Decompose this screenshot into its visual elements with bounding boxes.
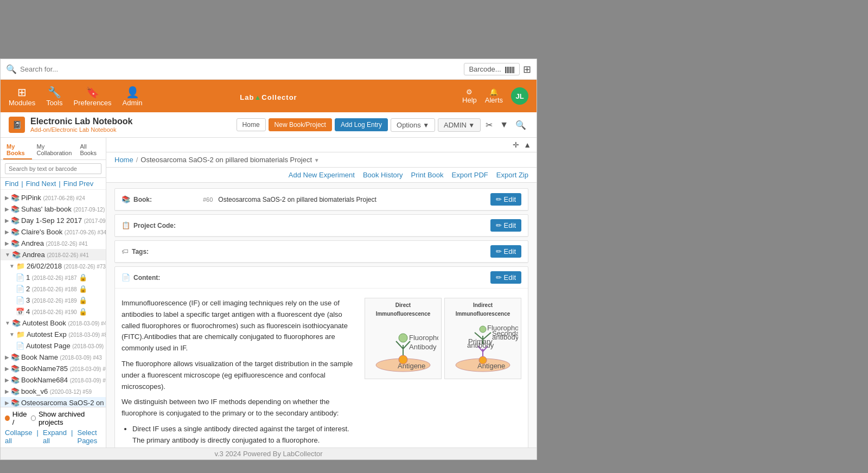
nav-alerts[interactable]: 🔔 Alerts bbox=[485, 88, 503, 104]
if-layout: Immunofluorescence (IF) or cell imaging … bbox=[122, 298, 521, 448]
book-icon: 📚 bbox=[12, 319, 21, 327]
export-zip-link[interactable]: Export Zip bbox=[496, 171, 528, 179]
options-button[interactable]: Options ▼ bbox=[391, 118, 435, 132]
if-text: Immunofluorescence (IF) or cell imaging … bbox=[122, 298, 356, 448]
app-icon: 📓 bbox=[9, 117, 25, 133]
resize-toolbar: ✛ ▲ bbox=[106, 138, 537, 152]
project-code-edit-button[interactable]: ✏ Edit bbox=[490, 219, 521, 232]
find-prev-link[interactable]: Find Prev bbox=[63, 180, 94, 188]
book-icon: 📚 bbox=[11, 376, 20, 384]
breadcrumb-home[interactable]: Home bbox=[114, 156, 133, 164]
content-edit-button[interactable]: ✏ Edit bbox=[490, 271, 521, 284]
book-icon: 📚 bbox=[11, 353, 20, 361]
svg-point-5 bbox=[399, 334, 407, 342]
tree-item-page-2[interactable]: 📄 2 (2018-02-26) #188 🔒 bbox=[1, 283, 106, 295]
tree-item-andrea2[interactable]: ▼ 📚 Andrea (2018-02-26) #41 bbox=[1, 249, 106, 260]
filter-button[interactable]: ▼ bbox=[497, 119, 510, 131]
indirect-if-box: Indirect Immunofluorescence bbox=[444, 298, 521, 379]
show-archived-label[interactable]: Show archived projects bbox=[39, 410, 101, 426]
nav-preferences[interactable]: 🔖 Preferences bbox=[74, 86, 112, 107]
tab-all-books[interactable]: All Books bbox=[76, 141, 103, 159]
sidebar-search-input[interactable] bbox=[5, 163, 101, 174]
search-input[interactable] bbox=[20, 65, 464, 73]
tree-item-bookname[interactable]: ▶ 📚 Book Name (2018-03-09) #43 bbox=[1, 351, 106, 363]
tree-item-andrea1[interactable]: ▶ 📚 Andrea (2018-02-26) #41 bbox=[1, 238, 106, 249]
tree-item-page-3[interactable]: 📄 3 (2018-02-26) #189 🔒 bbox=[1, 295, 106, 306]
top-bar: 🔍 Barcode... ⊞ bbox=[1, 59, 537, 80]
user-avatar[interactable]: JL bbox=[511, 87, 528, 105]
book-field-value: Osteosarcoma SaOS-2 on pillared biomater… bbox=[218, 196, 490, 203]
barcode-button[interactable]: Barcode... bbox=[464, 63, 520, 75]
folder-icon: 📁 bbox=[16, 330, 25, 338]
admin-icon: 👤 bbox=[126, 86, 139, 99]
new-book-button[interactable]: New Book/Project bbox=[269, 118, 332, 131]
tags-field-row: 🏷 Tags: ✏ Edit bbox=[114, 240, 528, 263]
tree-item-bookname785[interactable]: ▶ 📚 BookName785 (2018-03-09) #44 bbox=[1, 363, 106, 374]
tree-item-day1[interactable]: ▶ 📚 Day 1-Sep 12 2017 (2017-09-12) #32 bbox=[1, 215, 106, 226]
svg-text:antibody: antibody bbox=[467, 341, 494, 349]
nav-modules[interactable]: ⊞ Modules bbox=[9, 86, 35, 107]
book-edit-button[interactable]: ✏ Edit bbox=[490, 193, 521, 206]
tab-my-books[interactable]: My Books bbox=[3, 141, 32, 159]
tree-item-page-1[interactable]: 📄 1 (2018-02-26) #187 🔒 bbox=[1, 272, 106, 283]
tags-label: Tags: bbox=[132, 248, 197, 255]
book-icon: 📚 bbox=[11, 228, 20, 236]
export-pdf-link[interactable]: Export PDF bbox=[452, 171, 488, 179]
tree-item-folder-26[interactable]: ▼ 📁 26/02/2018 (2018-02-26) #73 bbox=[1, 260, 106, 272]
app-header: 📓 Electronic Lab Notebook Add-on/Electro… bbox=[1, 112, 537, 138]
sidebar-bottom: Hide / Show archived projects Collapse a… bbox=[1, 407, 106, 448]
tree-item-bookv6[interactable]: ▶ 📚 book_v6 (2020-03-12) #59 bbox=[1, 386, 106, 397]
book-icon: 📚 bbox=[11, 399, 20, 407]
tab-my-collaboration[interactable]: My Collaboration bbox=[33, 141, 75, 159]
svg-text:antibody: antibody bbox=[492, 333, 518, 341]
nav-tools[interactable]: 🔧 Tools bbox=[46, 86, 62, 107]
tree-item-osteosarcoma[interactable]: ▶ 📚 Osteosarcoma SaOS-2 on pillare (2020… bbox=[1, 397, 106, 407]
nav-admin[interactable]: 👤 Admin bbox=[123, 86, 143, 107]
add-new-experiment-link[interactable]: Add New Experiment bbox=[289, 171, 355, 179]
book-icon: 📚 bbox=[11, 194, 20, 202]
tree-item-autotest-book[interactable]: ▼ 📚 Autotest Book (2018-03-09) #42 bbox=[1, 317, 106, 329]
scissors-button[interactable]: ✂ bbox=[483, 119, 495, 131]
page-icon: 📄 bbox=[16, 342, 24, 350]
search-button[interactable]: 🔍 bbox=[513, 119, 528, 131]
expand-icon[interactable]: ✛ bbox=[513, 140, 519, 149]
main-area: My Books My Collaboration All Books Find… bbox=[1, 138, 537, 448]
alerts-icon: 🔔 bbox=[489, 88, 498, 96]
book-icon: 📚 bbox=[12, 251, 21, 259]
svg-point-17 bbox=[480, 326, 486, 333]
nav-help[interactable]: ⚙ Help bbox=[462, 88, 477, 104]
book-icon: 📚 bbox=[11, 387, 20, 395]
preferences-icon: 🔖 bbox=[86, 86, 99, 99]
app-title: Electronic Lab Notebook bbox=[30, 117, 132, 126]
grid-icon[interactable]: ⊞ bbox=[523, 63, 531, 75]
find-link[interactable]: Find bbox=[5, 180, 18, 188]
tree-item-bookname684[interactable]: ▶ 📚 BookName684 (2018-03-09) #45 bbox=[1, 374, 106, 386]
help-icon: ⚙ bbox=[466, 88, 473, 96]
select-pages-link[interactable]: Select Pages bbox=[77, 429, 101, 445]
collapse-icon[interactable]: ▲ bbox=[524, 140, 531, 149]
book-history-link[interactable]: Book History bbox=[363, 171, 403, 179]
page-icon: 📄 bbox=[16, 296, 24, 304]
print-book-link[interactable]: Print Book bbox=[411, 171, 444, 179]
find-next-link[interactable]: Find Next bbox=[26, 180, 56, 188]
page-icon: 📄 bbox=[16, 285, 24, 293]
tags-edit-button[interactable]: ✏ Edit bbox=[490, 245, 521, 258]
admin-button[interactable]: ADMIN ▼ bbox=[438, 118, 481, 132]
home-button[interactable]: Home bbox=[237, 118, 266, 131]
tree-item-suhas[interactable]: ▶ 📚 Suhas' lab-book (2017-09-12) #31 bbox=[1, 203, 106, 215]
tree-item-claire[interactable]: ▶ 📚 Claire's Book (2017-09-26) #34 bbox=[1, 226, 106, 238]
if-para1: Immunofluorescence (IF) or cell imaging … bbox=[122, 298, 356, 354]
collapse-all-link[interactable]: Collapse all bbox=[5, 429, 33, 445]
sidebar: My Books My Collaboration All Books Find… bbox=[1, 138, 106, 448]
add-log-button[interactable]: Add Log Entry bbox=[335, 118, 388, 131]
tree-item-autotest-exp[interactable]: ▼ 📁 Autotest Exp (2018-03-09) #81 bbox=[1, 329, 106, 340]
svg-text:Fluorophore: Fluorophore bbox=[409, 334, 438, 342]
expand-all-link[interactable]: Expand all bbox=[43, 429, 67, 445]
show-archived-dot[interactable] bbox=[31, 416, 36, 421]
nav-bar: ⊞ Modules 🔧 Tools 🔖 Preferences 👤 Admin … bbox=[1, 80, 537, 112]
tree-item-autotest-page[interactable]: 📄 Autotest Page (2018-03-09) bbox=[1, 340, 106, 351]
if-bullet1: Direct IF uses a single antibody directe… bbox=[132, 424, 356, 446]
action-bar: Add New Experiment Book History Print Bo… bbox=[106, 168, 537, 183]
tree-item-page-4[interactable]: 📅 4 (2018-02-26) #190 🔒 bbox=[1, 306, 106, 317]
tree-item-pipink[interactable]: ▶ 📚 PiPink (2017-06-28) #24 bbox=[1, 192, 106, 203]
